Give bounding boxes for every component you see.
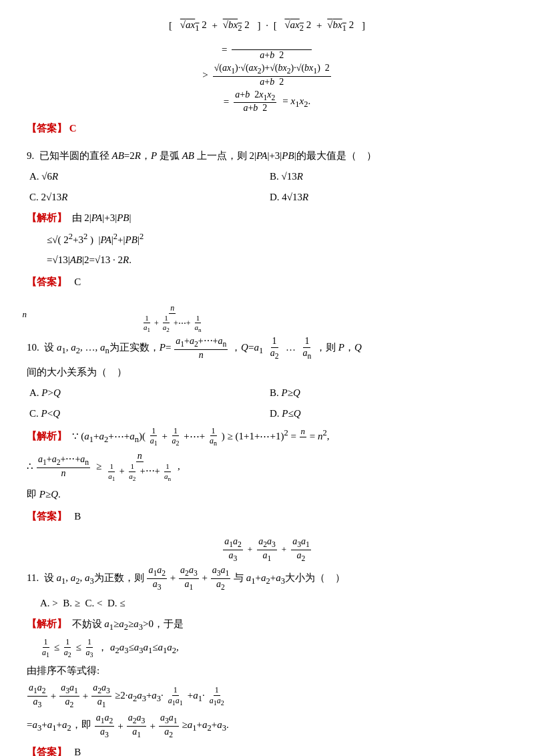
q9-number: 9. — [27, 150, 37, 161]
q10-option-a: A. P>Q — [27, 384, 267, 402]
q9-option-b: B. √13R — [267, 168, 507, 186]
q9-analysis-line3: =√13|AB|2=√13 · 2R. — [27, 251, 507, 269]
q9-body: 已知半圆的直径 AB=2R，P 是弧 AB 上一点，则 2|PA|+3|PB|的… — [39, 150, 376, 161]
q11-inline-frac3: a3a1 a2 — [211, 565, 231, 592]
answer-c-first: 【答案】 C — [27, 120, 507, 138]
sqrt-bx2: √bx2 2 — [223, 16, 250, 36]
q9-options: A. √6R B. √13R — [27, 168, 507, 186]
answer-label-1: 【答案】 C — [27, 123, 77, 134]
therefore-symbol: ∴ — [27, 457, 33, 476]
q10-options: A. P>Q B. P≥Q — [27, 384, 507, 402]
formula-line-1: [ √ax1 2 + √bx2 2 ] · [ √ax2 2 + √bx1 2 … — [27, 16, 507, 36]
q9-analysis: 【解析】 由 2|PA|+3|PB| ≤√( 22+32 ) |PA|2+|PB… — [27, 209, 507, 269]
q10-answer-label: 【答案】 — [27, 511, 67, 522]
q10-analysis-line1: 【解析】 ∵ (a1+a2+⋯+an)( 1 a1 + 1 a2 +⋯+ 1 a… — [27, 425, 507, 448]
bracket-close: ] — [257, 17, 260, 35]
q11-analysis-label: 【解析】 — [27, 618, 67, 629]
q11-conclusion-line: =a3+a1+a2，即 a1a2 a3 + a2a3 a1 + a3a1 a2 … — [27, 713, 507, 740]
q10-analysis-label: 【解析】 — [27, 431, 67, 441]
q11-answer: 【答案】 B — [27, 743, 507, 756]
equals-sign-1: = — [222, 41, 227, 59]
q9-text: 9. 已知半圆的直径 AB=2R，P 是弧 AB 上一点，则 2|PA|+3|P… — [27, 147, 507, 165]
q11-analysis-line1: 【解析】 不妨设 a1≥a2≥a3>0，于是 — [27, 615, 507, 635]
q10-option-c: C. P<Q — [27, 405, 267, 423]
q9-answer-label: 【答案】 — [27, 276, 67, 287]
q9-option-d: D. 4√13R — [267, 188, 507, 206]
q10-main-text: 10. 设 a1, a2, …, an为正实数，P= a1+a2+⋯+an n … — [27, 336, 507, 361]
q11-inline-frac2: a2a3 a1 — [179, 565, 199, 592]
fraction-2: √(ax1)·√(ax2)+√(bx2)·√(bx1) 2 a+b 2 — [213, 63, 331, 88]
bracket-open: [ — [169, 17, 172, 35]
fraction-3-denom: a+b 2 — [242, 103, 268, 114]
q10-conclusion: 即 P≥Q. — [27, 486, 507, 504]
q11-answer-label: 【答案】 — [27, 747, 67, 756]
gt-sign: > — [202, 66, 208, 84]
q11-analysis: 【解析】 不妨设 a1≥a2≥a3>0，于是 1 a1 ≤ 1 a2 ≤ — [27, 615, 507, 739]
fraction-3: a+b 2x1x2 a+b 2 — [234, 89, 276, 115]
q9-analysis-label: 【解析】 — [27, 212, 67, 223]
q10-P-fraction: a1+a2+⋯+an n — [174, 336, 228, 361]
q9-analysis-line2: ≤√( 22+32 ) |PA|2+|PB|2 — [27, 229, 507, 249]
fraction-1: a+b 2 — [232, 39, 312, 62]
q10-number: 10. — [27, 342, 42, 353]
q10-Q-inline: 1 a2 — [269, 336, 280, 361]
page-content: [ √ax1 2 + √bx2 2 ] · [ √ax2 2 + √bx1 2 … — [27, 16, 507, 756]
top-formula-block: [ √ax1 2 + √bx2 2 ] · [ √ax2 2 + √bx1 2 … — [27, 16, 507, 114]
q11-big-ineq: a1a2 a3 + a3a1 a2 + a2a3 a1 ≥2·a2a3+a3· … — [27, 683, 507, 710]
q10-option-b: B. P≥Q — [267, 384, 507, 402]
result-text: = x1x2. — [282, 92, 310, 112]
q11-text: 11. 设 a1, a2, a3为正数，则 a1a2 a3 + a2a3 a1 … — [27, 565, 507, 592]
q10-analysis: 【解析】 ∵ (a1+a2+⋯+an)( 1 a1 + 1 a2 +⋯+ 1 a… — [27, 425, 507, 504]
question-11: a1a2 a3 + a2a3 a1 + a3a1 a2 11. 设 a1, a2… — [27, 536, 507, 756]
q11-analysis-ineqs: 1 a1 ≤ 1 a2 ≤ 1 a3 ， a2a3≤a3a1≤a1a2, — [40, 637, 507, 659]
fraction-2-denom: a+b 2 — [258, 77, 285, 88]
q10-option-d: D. P≤Q — [267, 405, 507, 423]
equals-sign-2: = — [224, 93, 229, 111]
q9-answer: 【答案】 C — [27, 273, 507, 291]
q11-inline-frac1: a1a2 a3 — [147, 565, 167, 592]
q9-options-2: C. 2√13R D. 4√13R — [27, 188, 507, 206]
q10-Q-fraction: n 1 a1 + 1 a2 +⋯+ 1 an — [140, 303, 205, 334]
q10-text-2: 间的大小关系为（ ） — [27, 363, 507, 381]
bracket-close-2: ] — [362, 17, 365, 35]
q10-options-2: C. P<Q D. P≤Q — [27, 405, 507, 423]
q11-frac-a1a2: a1a2 a3 — [223, 536, 243, 564]
q10-text-row: n n 1 a1 + 1 a2 — [27, 303, 507, 334]
fraction-1-denom: a+b 2 — [258, 50, 285, 61]
fraction-1-numer — [232, 39, 312, 51]
q9-option-a: A. √6R — [27, 168, 267, 186]
q9-option-c: C. 2√13R — [27, 188, 267, 206]
sqrt-ax1: √ax1 2 — [180, 16, 207, 36]
q10-answer: 【答案】 B — [27, 508, 507, 526]
q11-options-line: A. > B. ≥ C. < D. ≤ — [27, 594, 507, 612]
fraction-2-numer: √(ax1)·√(ax2)+√(bx2)·√(bx1) 2 — [213, 63, 331, 77]
formula-line-3: > √(ax1)·√(ax2)+√(bx2)·√(bx1) 2 a+b 2 — [27, 63, 507, 88]
q11-frac-a2a3: a2a3 a1 — [257, 536, 277, 564]
sqrt-bx1: √bx1 2 — [327, 16, 354, 36]
sqrt-ax2: √ax2 2 — [284, 16, 311, 36]
q9-analysis-line1: 【解析】 由 2|PA|+3|PB| — [27, 209, 507, 227]
question-9: 9. 已知半圆的直径 AB=2R，P 是弧 AB 上一点，则 2|PA|+3|P… — [27, 147, 507, 291]
q11-top-fractions: a1a2 a3 + a2a3 a1 + a3a1 a2 — [27, 536, 507, 564]
q11-number: 11. — [27, 572, 41, 583]
q10-Q-an: 1 an — [301, 336, 312, 361]
formula-line-2: = a+b 2 — [27, 39, 507, 62]
question-10: n n 1 a1 + 1 a2 — [27, 303, 507, 525]
q11-frac-a3a1: a3a1 a2 — [291, 536, 311, 564]
q10-therefore: ∴ a1+a2+⋯+an n ≥ n 1 a1 + 1 — [27, 451, 507, 483]
bracket-open-2: [ — [274, 17, 277, 35]
q11-ranking-text: 由排序不等式得: — [27, 662, 507, 680]
fraction-3-numer: a+b 2x1x2 — [234, 89, 276, 104]
formula-line-4: = a+b 2x1x2 a+b 2 = x1x2. — [27, 89, 507, 115]
